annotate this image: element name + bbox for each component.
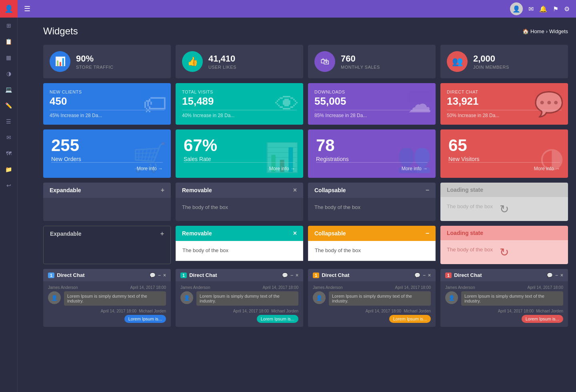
chat-from-date-red: April 14, 2017 18:00: [527, 285, 563, 290]
big-stat-visitors: ◑ 65 New Visitors More info →: [440, 129, 568, 178]
salesrate-more-info[interactable]: More info →: [269, 166, 295, 171]
box-cards-row4: Expandable + Removable × The body of the…: [43, 183, 568, 221]
chat-actions-orange: 💬 − ×: [414, 273, 431, 278]
box-collapsable-dark: Collapsable − The body of the box: [308, 183, 436, 221]
sales-number: 760: [341, 54, 380, 64]
bell-icon[interactable]: 🔔: [539, 5, 547, 13]
members-icon: 👥: [447, 51, 468, 72]
chat-minimize-blue[interactable]: −: [158, 273, 161, 278]
chat-bubble-icon-red[interactable]: 💬: [547, 273, 553, 278]
sidebar-icon-edit[interactable]: ✏️: [0, 98, 18, 113]
chat-to-name-orange: Michael Jorden: [404, 309, 431, 313]
topnav-icons: 👤 ✉ 🔔 ⚑ ⚙: [510, 2, 570, 15]
mail-icon[interactable]: ✉: [528, 5, 534, 13]
chat-bubble-icon-orange[interactable]: 💬: [414, 273, 420, 278]
chat-body-blue: James Anderson April 14, 2017 18:00 👤 Lo…: [43, 281, 171, 327]
box-loading-pink-title: Loading state: [447, 230, 483, 236]
sidebar-icon-grid[interactable]: ▦: [0, 50, 18, 66]
box-removable-header: Removable ×: [176, 183, 303, 198]
chat-minimize-orange[interactable]: −: [423, 273, 426, 278]
top-navbar: ☰ 👤 ✉ 🔔 ⚑ ⚙: [18, 0, 576, 18]
chat-from-avatar-orange: 👤: [313, 291, 326, 304]
downloads-bg-icon: ☁: [408, 90, 432, 118]
box-loading-body: The body of the box ↻: [440, 197, 568, 221]
hamburger-menu[interactable]: ☰: [24, 4, 30, 13]
box-expandable-title: Expandable: [50, 187, 81, 193]
chat-actions-red: 💬 − ×: [547, 273, 563, 278]
chat-title-blue: Direct Chat: [57, 272, 84, 278]
box-expandable-outline: Expandable +: [43, 226, 171, 264]
sidebar-icon-copy[interactable]: 📋: [0, 34, 18, 50]
chat-from-msg-red: Lorem Ipsum is simply dummy text of the …: [461, 291, 563, 306]
chat-from-msg-orange: Lorem Ipsum is simply dummy text of the …: [329, 291, 431, 306]
chat-close-teal[interactable]: ×: [296, 273, 298, 278]
sidebar-icon-folder[interactable]: 📁: [0, 161, 18, 177]
chat-minimize-teal[interactable]: −: [290, 273, 293, 278]
sidebar-icon-computer[interactable]: 💻: [0, 82, 18, 98]
orders-label: New Orders: [51, 156, 163, 162]
chat-from-avatar-teal: 👤: [180, 291, 193, 304]
chat-badge-blue: 1: [48, 273, 54, 278]
sidebar-icon-dashboard[interactable]: ⊞: [0, 18, 18, 34]
chat-to-msg-red: Lorem Ipsum is...: [522, 315, 563, 323]
sidebar-icon-table[interactable]: ☰: [0, 113, 18, 129]
box-removable-teal-title: Removable: [182, 230, 212, 237]
salesrate-label: Sales Rate: [184, 156, 295, 162]
visitors-more-info[interactable]: More info →: [534, 166, 560, 171]
sales-icon: 🛍: [314, 51, 335, 72]
chat-to-name-blue: Michael Jorden: [139, 309, 166, 313]
chat-badge-red: 1: [445, 273, 452, 278]
box-removable-teal-body: The body of the box: [176, 241, 303, 261]
page-title: Widgets: [43, 26, 78, 37]
traffic-icon: 📊: [50, 51, 70, 72]
remove-action[interactable]: ×: [293, 187, 297, 194]
user-avatar[interactable]: 👤: [510, 2, 523, 15]
sidebar-icon-map[interactable]: 🗺: [0, 145, 18, 161]
chat-to-date-red: April 14, 2017 18:00: [498, 309, 534, 313]
stat-card-likes: 👍 41,410 USER LIKES: [176, 45, 303, 78]
chat-bubble-icon[interactable]: 💬: [150, 273, 156, 278]
info-card-clients: 🏷 NEW CLIENTS 450 45% Increase in 28 Da.…: [43, 83, 171, 125]
chat-msg-teal: 👤 Lorem Ipsum is simply dummy text of th…: [180, 291, 298, 306]
orders-more-info[interactable]: More info →: [137, 166, 163, 171]
chat-close-orange[interactable]: ×: [428, 273, 431, 278]
chat-card-teal: 1 Direct Chat 💬 − × James Anderson April…: [176, 269, 303, 327]
registrations-more-info[interactable]: More info →: [402, 166, 428, 171]
stat-card-traffic: 📊 90% STORE TRAFFIC: [43, 45, 171, 78]
page-header: Widgets 🏠 Home › Widgets: [43, 26, 568, 37]
stat-cards-row: 📊 90% STORE TRAFFIC 👍 41,410 USER LIKES …: [43, 45, 568, 78]
sidebar-avatar[interactable]: 👤: [0, 0, 18, 18]
chat-minimize-red[interactable]: −: [555, 273, 558, 278]
chat-from-name-red: James Anderson: [445, 285, 475, 290]
traffic-number: 90%: [76, 54, 114, 64]
sidebar-icon-pie[interactable]: ◑: [0, 66, 18, 82]
chat-close-blue[interactable]: ×: [163, 273, 166, 278]
chat-close-red[interactable]: ×: [560, 273, 563, 278]
likes-number: 41,410: [208, 54, 236, 64]
sidebar-icon-mail[interactable]: ✉: [0, 129, 18, 145]
loading-spinner: ↻: [500, 203, 509, 216]
big-stat-orders: 🛒 255 New Orders More info →: [43, 129, 171, 178]
visits-bg-icon: 👁: [275, 90, 299, 118]
flag-icon[interactable]: ⚑: [553, 5, 558, 13]
chat-from-name-teal: James Anderson: [180, 285, 210, 290]
members-number: 2,000: [473, 54, 509, 64]
chat-title-red: Direct Chat: [454, 272, 482, 278]
chat-bubble-icon-teal[interactable]: 💬: [282, 273, 288, 278]
expand-outline-action[interactable]: +: [160, 230, 164, 237]
collapse-orange-action[interactable]: −: [426, 230, 429, 237]
expand-action[interactable]: +: [161, 187, 164, 194]
chat-title-teal: Direct Chat: [189, 272, 217, 278]
box-expandable-dark: Expandable +: [43, 183, 171, 221]
box-loading-dark: Loading state The body of the box ↻: [440, 183, 568, 221]
collapse-action[interactable]: −: [426, 187, 429, 194]
remove-teal-action[interactable]: ×: [293, 230, 297, 237]
chat-bg-icon: 💬: [534, 90, 564, 118]
settings-icon[interactable]: ⚙: [564, 5, 570, 13]
sidebar-icon-back[interactable]: ↩: [0, 177, 18, 193]
traffic-label: STORE TRAFFIC: [76, 65, 114, 70]
chat-header-blue: 1 Direct Chat 💬 − ×: [43, 269, 171, 281]
chat-from-date-teal: April 14, 2017 18:00: [262, 285, 298, 290]
box-collapsable-body: The body of the box: [308, 198, 436, 218]
info-card-visits: 👁 TOTAL VISITS 15,489 40% Increase in 28…: [176, 83, 303, 125]
